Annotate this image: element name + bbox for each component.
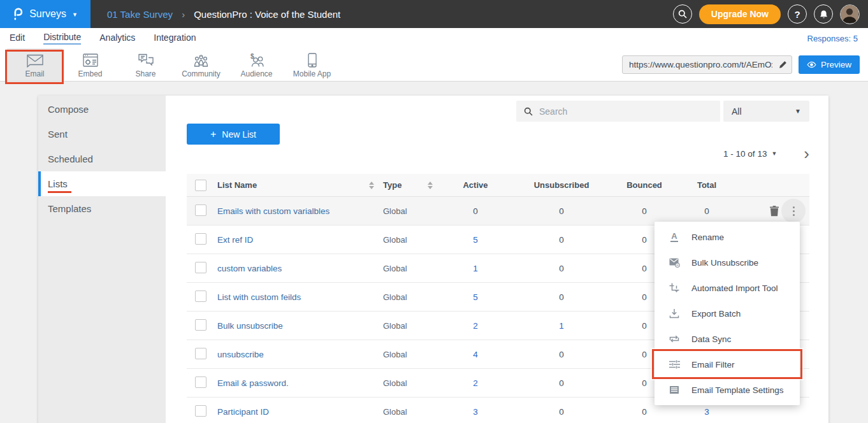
unsubscribed-count: 0 (509, 292, 614, 302)
col-type[interactable]: Type (383, 180, 401, 190)
tool-share[interactable]: Share (118, 48, 173, 81)
list-name-link[interactable]: Bulk unsubscribe (217, 321, 383, 331)
menu-item-data-sync[interactable]: Data Sync (655, 326, 800, 352)
row-checkbox[interactable] (195, 376, 206, 388)
row-checkbox[interactable] (195, 262, 206, 273)
toolbar-right: Preview (622, 48, 868, 81)
pagination-caret-icon[interactable]: ▼ (771, 150, 777, 157)
new-list-button[interactable]: + New List (187, 124, 280, 145)
data-sync-icon (669, 334, 680, 343)
tab-analytics[interactable]: Analytics (99, 32, 135, 44)
tab-integration[interactable]: Integration (154, 32, 196, 44)
active-count[interactable]: 3 (442, 407, 509, 417)
notifications-bell-icon[interactable] (814, 4, 833, 24)
list-name-link[interactable]: Email & password. (217, 378, 383, 388)
sidebar-item-scheduled[interactable]: Scheduled (38, 147, 166, 171)
active-count[interactable]: 2 (442, 378, 509, 388)
tab-edit[interactable]: Edit (10, 32, 25, 44)
list-name-link[interactable]: unsubscribe (217, 350, 383, 359)
breadcrumb-separator-icon: › (182, 9, 185, 20)
delete-trash-icon[interactable] (770, 206, 779, 217)
unsubscribed-count: 0 (509, 378, 614, 388)
bulk-unsubscribe-icon (669, 258, 680, 268)
unsubscribed-count: 0 (509, 235, 614, 245)
breadcrumb-survey-link[interactable]: 01 Take Survey (107, 9, 173, 20)
sidebar-item-lists[interactable]: Lists (38, 171, 166, 196)
select-all-checkbox[interactable] (195, 180, 206, 191)
sort-type-icon[interactable] (428, 182, 433, 189)
list-type: Global (383, 235, 442, 245)
questionpro-logo-icon (13, 7, 24, 21)
col-list-name[interactable]: List Name (217, 180, 257, 190)
tool-email[interactable]: Email (7, 48, 62, 81)
responses-count[interactable]: Responses: 5 (807, 34, 868, 43)
active-count[interactable]: 2 (442, 321, 509, 331)
unsubscribed-count: 0 (509, 407, 614, 417)
next-page-chevron[interactable]: › (804, 148, 809, 159)
user-avatar[interactable] (840, 4, 860, 24)
row-checkbox[interactable] (195, 233, 206, 245)
list-type: Global (383, 264, 442, 273)
list-name-link[interactable]: Ext ref ID (217, 235, 383, 245)
menu-item-rename[interactable]: A Rename (655, 224, 800, 250)
tool-embed[interactable]: Embed (62, 48, 118, 81)
upgrade-now-button[interactable]: Upgrade Now (699, 4, 781, 24)
menu-item-label: Email Template Settings (691, 385, 784, 395)
menu-item-email-template-settings[interactable]: Email Template Settings (655, 377, 800, 403)
list-name-link[interactable]: Participant ID (217, 407, 383, 417)
menu-item-email-filter[interactable]: Email Filter (655, 352, 800, 377)
list-name-link[interactable]: custom variables (217, 264, 383, 273)
tab-distribute[interactable]: Distribute (43, 32, 81, 45)
email-filter-icon (669, 360, 680, 369)
filter-dropdown-value: All (732, 106, 742, 117)
tool-audience[interactable]: $ Audience (229, 48, 284, 81)
row-checkbox[interactable] (195, 204, 206, 216)
menu-item-export-batch[interactable]: Export Batch (655, 301, 800, 326)
total-count: 0 (675, 206, 739, 216)
active-count: 0 (442, 206, 509, 216)
row-checkbox[interactable] (195, 290, 206, 302)
new-list-label: New List (222, 129, 256, 140)
row-checkbox[interactable] (195, 405, 206, 417)
unsubscribed-count[interactable]: 1 (509, 321, 614, 331)
breadcrumb-title: QuestionPro : Voice of the Student (194, 9, 340, 20)
search-icon[interactable] (673, 4, 692, 24)
survey-url-input[interactable] (622, 55, 792, 74)
list-type: Global (383, 407, 442, 417)
chevron-down-icon: ▼ (72, 11, 78, 18)
surveys-menu[interactable]: Surveys ▼ (0, 0, 90, 28)
active-count[interactable]: 5 (442, 235, 509, 245)
preview-button[interactable]: Preview (799, 55, 860, 74)
tool-community[interactable]: Community (173, 48, 229, 81)
active-count[interactable]: 5 (442, 292, 509, 302)
row-checkbox[interactable] (195, 348, 206, 359)
list-name-link[interactable]: List with custom feilds (217, 292, 383, 302)
total-count[interactable]: 3 (675, 407, 739, 417)
menu-item-automated-import[interactable]: Automated Import Tool (655, 275, 800, 301)
pagination-range[interactable]: 1 - 10 of 13 (723, 149, 767, 159)
edit-url-pencil-icon[interactable] (779, 60, 787, 71)
embed-icon (83, 52, 98, 68)
email-icon (26, 52, 44, 68)
tool-email-label: Email (25, 69, 44, 78)
community-icon (192, 52, 210, 68)
menu-item-bulk-unsubscribe[interactable]: Bulk Unsubscribe (655, 250, 800, 275)
tool-mobile-app[interactable]: Mobile App (284, 48, 340, 81)
row-checkbox[interactable] (195, 319, 206, 331)
row-context-menu: A Rename Bulk Unsubscribe Automated Impo… (655, 222, 800, 405)
sort-list-name-icon[interactable] (369, 182, 374, 189)
pagination: 1 - 10 of 13 ▼ › (723, 148, 809, 159)
filter-dropdown[interactable]: All ▼ (723, 101, 809, 122)
row-menu-dots-icon[interactable] (781, 199, 806, 223)
sidebar-item-compose[interactable]: Compose (38, 97, 166, 122)
email-template-settings-icon (669, 385, 680, 394)
search-input[interactable] (539, 106, 705, 117)
sidebar-item-sent[interactable]: Sent (38, 122, 166, 147)
sidebar-item-templates[interactable]: Templates (38, 196, 166, 221)
active-count[interactable]: 4 (442, 350, 509, 359)
help-icon[interactable]: ? (788, 4, 807, 24)
list-name-link[interactable]: Emails with custom varialbles (217, 206, 383, 216)
list-type: Global (383, 206, 442, 216)
active-count[interactable]: 1 (442, 264, 509, 273)
list-type: Global (383, 292, 442, 302)
